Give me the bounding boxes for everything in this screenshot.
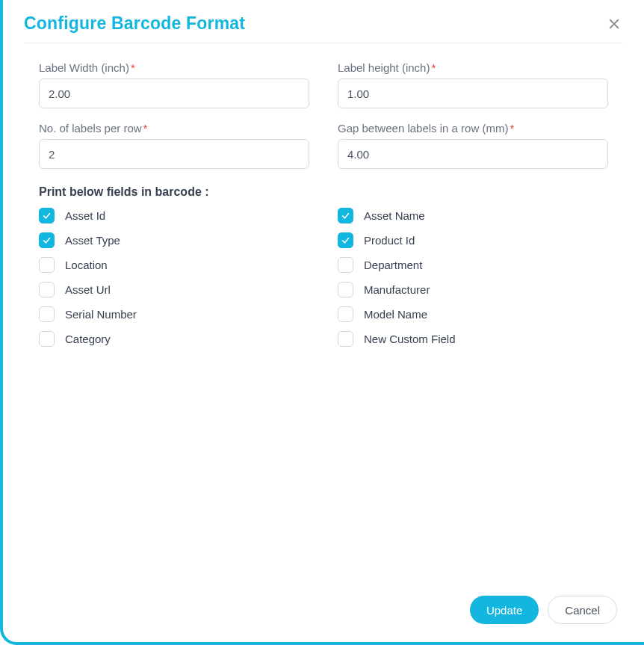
checkbox-asset-url[interactable] (39, 282, 55, 297)
label-height-label: Label height (inch)* (338, 61, 608, 74)
checkbox-label-product-id[interactable]: Product Id (364, 234, 415, 247)
checkbox-label-asset-name[interactable]: Asset Name (364, 209, 425, 222)
labels-per-row-input[interactable] (39, 139, 309, 169)
checkbox-label-asset-id[interactable]: Asset Id (65, 209, 105, 222)
check-department: Department (338, 257, 608, 273)
check-location: Location (39, 257, 309, 273)
checkbox-label-category[interactable]: Category (65, 333, 111, 345)
check-category: Category (39, 331, 309, 347)
labels-per-row-label: No. of labels per row* (39, 122, 309, 135)
print-fields-section-label: Print below fields in barcode : (39, 185, 608, 199)
checkbox-label-asset-type[interactable]: Asset Type (65, 234, 120, 247)
checkbox-new-custom[interactable] (338, 331, 353, 347)
required-mark: * (510, 122, 514, 135)
close-icon[interactable] (605, 15, 623, 33)
field-labels-per-row: No. of labels per row* (39, 122, 309, 169)
checkbox-asset-id[interactable] (39, 208, 55, 223)
gap-label: Gap between labels in a row (mm)* (338, 122, 608, 135)
cancel-button[interactable]: Cancel (548, 596, 617, 624)
checkbox-label-manufacturer[interactable]: Manufacturer (364, 283, 430, 296)
gap-input[interactable] (338, 139, 608, 169)
checkbox-manufacturer[interactable] (338, 282, 353, 297)
modal-header: Configure Barcode Format (3, 0, 644, 43)
check-new-custom: New Custom Field (338, 331, 608, 347)
check-manufacturer: Manufacturer (338, 282, 608, 297)
checkbox-grid: Asset Id Asset Name Asset Type Product I… (39, 208, 608, 347)
checkbox-model-name[interactable] (338, 306, 353, 322)
checkbox-label-serial-number[interactable]: Serial Number (65, 308, 137, 321)
configure-barcode-modal: Configure Barcode Format Label Width (in… (0, 0, 644, 645)
checkbox-label-new-custom[interactable]: New Custom Field (364, 333, 456, 345)
check-asset-id: Asset Id (39, 208, 309, 223)
checkbox-serial-number[interactable] (39, 306, 55, 322)
required-mark: * (143, 122, 148, 135)
checkbox-label-asset-url[interactable]: Asset Url (65, 283, 111, 296)
check-asset-type: Asset Type (39, 232, 309, 248)
modal-title: Configure Barcode Format (24, 13, 245, 34)
checkbox-asset-type[interactable] (39, 232, 55, 248)
check-asset-name: Asset Name (338, 208, 608, 223)
checkbox-asset-name[interactable] (338, 208, 353, 223)
check-model-name: Model Name (338, 306, 608, 322)
check-product-id: Product Id (338, 232, 608, 248)
check-serial-number: Serial Number (39, 306, 309, 322)
field-label-width: Label Width (inch)* (39, 61, 309, 108)
update-button[interactable]: Update (470, 596, 539, 624)
checkbox-location[interactable] (39, 257, 55, 273)
form-grid: Label Width (inch)* Label height (inch)*… (39, 61, 608, 169)
checkbox-product-id[interactable] (338, 232, 353, 248)
checkbox-category[interactable] (39, 331, 55, 347)
label-width-label: Label Width (inch)* (39, 61, 309, 74)
checkbox-label-model-name[interactable]: Model Name (364, 308, 427, 321)
modal-body: Label Width (inch)* Label height (inch)*… (3, 43, 644, 581)
checkbox-department[interactable] (338, 257, 353, 273)
field-gap: Gap between labels in a row (mm)* (338, 122, 608, 169)
modal-footer: Update Cancel (3, 581, 644, 642)
label-height-input[interactable] (338, 78, 608, 108)
checkbox-label-department[interactable]: Department (364, 259, 422, 271)
required-mark: * (131, 61, 135, 74)
checkbox-label-location[interactable]: Location (65, 259, 108, 271)
label-width-input[interactable] (39, 78, 309, 108)
field-label-height: Label height (inch)* (338, 61, 608, 108)
check-asset-url: Asset Url (39, 282, 309, 297)
required-mark: * (431, 61, 436, 74)
